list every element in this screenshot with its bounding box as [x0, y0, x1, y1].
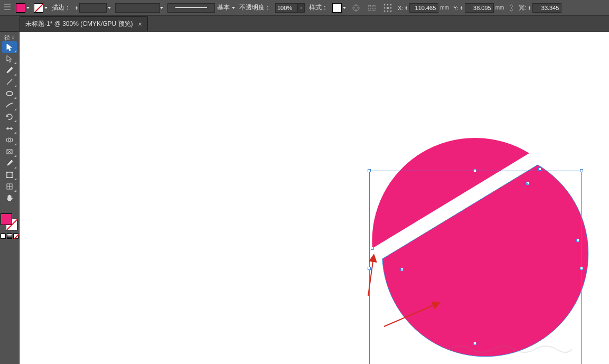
graphic-style-swatch[interactable] [332, 3, 346, 13]
stroke-weight-stepper[interactable]: ▲▼ [75, 3, 111, 13]
anchor-point-icon[interactable] [526, 182, 529, 185]
x-label: X: [398, 5, 403, 11]
brush-definition[interactable]: 基本 [167, 3, 235, 13]
svg-line-32 [384, 304, 437, 326]
hand-tool[interactable] [2, 192, 17, 204]
stepper-arrows-icon: ▲▼ [460, 6, 463, 10]
document-tab[interactable]: 未标题-1* @ 300% (CMYK/GPU 预览) × [20, 16, 148, 31]
selection-handle-icon[interactable] [580, 267, 583, 270]
chevron-down-icon [343, 7, 346, 9]
svg-rect-6 [373, 5, 375, 11]
anchor-point-icon[interactable] [371, 247, 374, 250]
document-tab-title: 未标题-1* @ 300% (CMYK/GPU 预览) [25, 20, 133, 29]
width-tool[interactable] [2, 123, 17, 134]
selection-bounding-box [369, 171, 582, 364]
fill-swatch-group[interactable] [16, 3, 30, 13]
link-wh-icon[interactable] [508, 4, 514, 12]
svg-rect-11 [387, 7, 389, 9]
color-mode-gradient-icon[interactable] [7, 234, 12, 239]
direct-selection-tool[interactable] [2, 53, 17, 64]
svg-point-7 [384, 4, 385, 5]
svg-point-2 [357, 7, 358, 8]
reference-point-grid[interactable] [382, 2, 393, 14]
document-tabs: 未标题-1* @ 300% (CMYK/GPU 预览) × [0, 16, 609, 32]
recolor-artwork-button[interactable] [350, 2, 362, 14]
stepper-arrows-icon: ▲▼ [75, 6, 78, 10]
artboard-tool[interactable] [2, 169, 17, 181]
color-mode-color-icon[interactable] [1, 234, 6, 239]
opacity-input[interactable] [275, 3, 297, 13]
stroke-weight-input[interactable] [79, 3, 107, 13]
annotation-arrow-icon [381, 297, 413, 329]
pen-tool[interactable] [2, 64, 17, 76]
y-label: Y: [453, 5, 458, 11]
stroke-swatch-group[interactable] [34, 3, 48, 13]
svg-rect-23 [7, 172, 12, 178]
transform-x-field: X: ▲▼ mm [398, 3, 449, 13]
fill-swatch [16, 3, 25, 13]
opacity-popup-button[interactable]: › [297, 3, 305, 13]
paintbrush-tool[interactable] [2, 99, 17, 111]
anchor-point-icon[interactable] [400, 268, 404, 271]
rotate-tool[interactable] [2, 111, 17, 123]
slice-tool[interactable] [2, 181, 17, 192]
x-unit: mm [440, 5, 449, 11]
eyedropper-tool[interactable] [2, 157, 17, 169]
x-input[interactable] [409, 3, 438, 13]
brush-preview [167, 3, 215, 13]
selection-handle-icon[interactable] [368, 169, 371, 172]
svg-point-17 [6, 91, 13, 96]
document-view[interactable] [20, 32, 609, 364]
left-column-header: 径 » [0, 34, 19, 41]
y-unit: mm [495, 5, 504, 11]
panel-menu-icon[interactable]: » [12, 35, 14, 40]
svg-point-12 [390, 7, 391, 8]
close-tab-icon[interactable]: × [138, 22, 143, 27]
shape-builder-tool[interactable] [2, 134, 17, 146]
w-label: 宽: [519, 4, 526, 12]
perspective-grid-tool[interactable] [2, 146, 17, 157]
svg-line-16 [7, 79, 12, 85]
ellipse-tool[interactable] [2, 88, 17, 99]
y-input[interactable] [465, 3, 494, 13]
stroke-none-swatch [34, 3, 43, 13]
selection-handle-icon[interactable] [580, 169, 583, 172]
color-mode-none-icon[interactable] [13, 234, 18, 239]
watermark [451, 342, 572, 353]
stepper-arrows-icon: ▲▼ [528, 6, 531, 10]
svg-point-3 [355, 10, 357, 11]
work-area: 径 » [0, 32, 609, 364]
chevron-down-icon [160, 7, 163, 9]
fill-indicator [1, 213, 12, 225]
reselect-path-button[interactable] [3, 3, 12, 13]
transform-w-field: 宽: ▲▼ [519, 3, 561, 13]
chevron-down-icon [26, 7, 30, 9]
align-panel-button[interactable] [366, 2, 378, 14]
style-swatch [332, 3, 342, 13]
tools-panel: 径 » [0, 32, 20, 364]
stepper-arrows-icon: ▲▼ [405, 6, 408, 10]
svg-point-13 [384, 11, 385, 12]
fill-stroke-indicator[interactable] [1, 213, 18, 231]
anchor-point-icon[interactable] [576, 239, 579, 242]
options-bar: 描边： ▲▼ 基本 不透明度： › 样式： X: ▲▼ [0, 0, 609, 16]
transform-y-field: Y: ▲▼ mm [453, 3, 504, 13]
svg-point-14 [387, 11, 388, 12]
w-input[interactable] [532, 3, 561, 13]
brush-basic-label: 基本 [217, 3, 230, 12]
variable-width-profile[interactable] [115, 3, 163, 13]
chevron-down-icon [108, 7, 111, 9]
left-column-label: 径 [4, 34, 10, 42]
svg-point-8 [387, 4, 388, 5]
chevron-down-icon [232, 7, 235, 9]
anchor-point-icon[interactable] [538, 167, 541, 171]
chevron-down-icon [44, 7, 48, 9]
line-tool[interactable] [2, 76, 17, 88]
svg-line-31 [368, 258, 373, 296]
svg-point-4 [353, 7, 354, 8]
selection-handle-icon[interactable] [473, 169, 476, 172]
svg-point-9 [390, 4, 391, 5]
svg-point-15 [390, 11, 391, 12]
profile-preview [115, 3, 160, 13]
selection-tool[interactable] [2, 41, 17, 53]
